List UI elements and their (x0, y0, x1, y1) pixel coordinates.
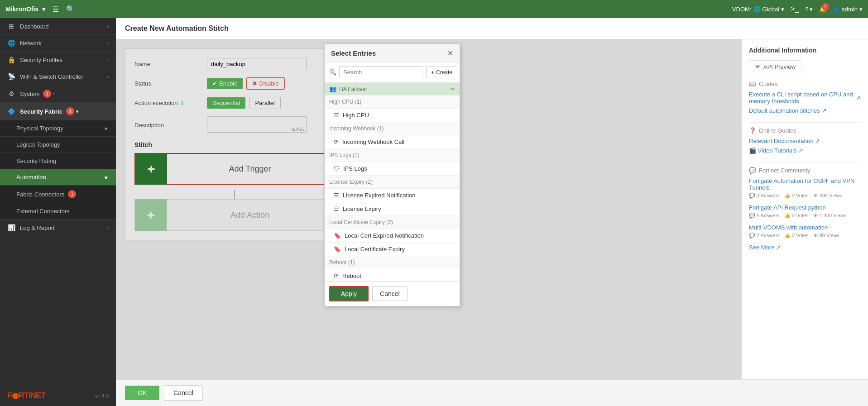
security-fabric-icon: 🔷 (7, 108, 15, 115)
sidebar-item-wifi-switch[interactable]: 📡 WiFi & Switch Controller › (0, 68, 116, 85)
sidebar-arrow: › (107, 74, 109, 79)
ha-failover-group-header[interactable]: 👥 HA Failover ✏ (325, 82, 460, 96)
sidebar-item-fabric-connectors[interactable]: Fabric Connectors 1 (0, 186, 116, 203)
divider2 (749, 162, 861, 162)
reboot-icon: ⟳ (334, 272, 339, 279)
external-link-icon: ↗ (798, 147, 803, 154)
brand[interactable]: MikronOfis ▾ (5, 5, 45, 13)
license-expired-notification-label: License Expired Notification (343, 192, 415, 199)
relevant-docs-link[interactable]: Relevant Documentation ↗ (749, 138, 861, 144)
cli-icon[interactable]: >_ (791, 5, 799, 13)
notifications-bell[interactable]: 🔔 2 (819, 6, 826, 13)
local-certificate-expiry-label: Local Certificate Expiry (345, 246, 405, 253)
sidebar-item-log-report[interactable]: 📊 Log & Report › (0, 220, 116, 236)
license-expired-notification-item[interactable]: ☰ License Expired Notification (325, 189, 460, 202)
community-vdoms-link[interactable]: Multi-VDOMS with automation (749, 224, 861, 231)
ok-button[interactable]: OK (125, 386, 159, 400)
help-icon: ? (805, 6, 808, 13)
apply-button[interactable]: Apply (329, 286, 369, 301)
votes-icon: 👍 0 Votes (784, 233, 809, 239)
execute-cli-link[interactable]: Execute a CLI script based on CPU and me… (749, 91, 861, 105)
incoming-webhook-label: Incoming Webhook Call (342, 139, 404, 145)
topbar-left: MikronOfis ▾ ☰ 🔍 (5, 5, 75, 14)
sidebar-item-label: Network (20, 40, 42, 47)
votes-icon: 👍 0 Votes (784, 193, 809, 199)
create-label: Create (436, 69, 452, 76)
webhook-icon: ⟳ (334, 139, 339, 145)
fortinet-logo: F◉RTINET (7, 391, 45, 401)
admin-menu[interactable]: 👤 admin ▾ (833, 6, 863, 13)
license-expiry-icon: ☰ (334, 205, 339, 212)
high-cpu-item[interactable]: ☰ High CPU (325, 109, 460, 122)
security-fabric-badge: 1 (66, 107, 74, 115)
reboot-item[interactable]: ⟳ Reboot (325, 269, 460, 281)
help-dropdown[interactable]: ? ▾ (805, 6, 812, 13)
sub-item-label: External Connectors (16, 208, 70, 215)
api-preview-button[interactable]: 👁 API Preview (749, 60, 801, 73)
divider (749, 122, 861, 123)
edit-icon[interactable]: ✏ (451, 86, 455, 92)
sidebar-item-security-profiles[interactable]: 🔒 Security Profiles › (0, 52, 116, 68)
sidebar-expand-arrow: ▾ (76, 109, 78, 114)
sidebar-item-physical-topology[interactable]: Physical Topology ★ (0, 120, 116, 137)
local-cert-expiry-icon: 🔖 (334, 246, 341, 253)
sidebar-arrow: › (107, 57, 109, 62)
hamburger-icon[interactable]: ☰ (53, 5, 59, 14)
cancel-modal-button[interactable]: Cancel (372, 287, 408, 301)
user-icon: 👤 (833, 6, 840, 13)
sidebar-item-label: Security Profiles (20, 57, 62, 63)
additional-info-title: Additional Information (749, 47, 861, 54)
community-api-meta: 💬 5 Answers 👍 0 Votes 👁 1,400 Views (749, 213, 861, 219)
sub-item-label: Automation (16, 174, 46, 181)
community-ospf-link[interactable]: Fortigate Automation for OSPF and VPN Tu… (749, 177, 861, 191)
sidebar-item-external-connectors[interactable]: External Connectors (0, 203, 116, 220)
main-layout: ⊞ Dashboard › 🌐 Network › 🔒 Security Pro… (0, 18, 868, 406)
sidebar-item-automation[interactable]: Automation ★ (0, 169, 116, 186)
right-panel: Additional Information 👁 API Preview 📖 G… (741, 39, 868, 379)
answers-icon: 💬 5 Answers (749, 213, 780, 219)
incoming-webhook-group-label: Incoming Webhook (1) (325, 122, 460, 135)
see-more-link[interactable]: See More ↗ (749, 244, 861, 251)
local-cert-expired-item[interactable]: 🔖 Local Cert Expired Notification (325, 229, 460, 243)
incoming-webhook-call-item[interactable]: ⟳ Incoming Webhook Call (325, 135, 460, 149)
license-expiry-item[interactable]: ☰ License Expiry (325, 202, 460, 216)
page-title: Create New Automation Stitch (116, 18, 868, 39)
license-expiry-label: License Expiry (343, 205, 381, 212)
star-icon[interactable]: ★ (104, 125, 109, 132)
sidebar-item-dashboard[interactable]: ⊞ Dashboard › (0, 18, 116, 35)
vdom-globe-icon: 🌐 (753, 6, 761, 13)
local-certificate-expiry-item[interactable]: 🔖 Local Certificate Expiry (325, 243, 460, 256)
license-expiry-group-label: License Expiry (2) (325, 176, 460, 189)
sidebar-item-security-rating[interactable]: Security Rating (0, 153, 116, 169)
community-item-vdoms: Multi-VDOMS with automation 💬 2 Answers … (749, 224, 861, 239)
external-link-icon: ↗ (815, 138, 820, 144)
modal-search-input[interactable] (339, 66, 423, 78)
sidebar-item-system[interactable]: ⚙ System 1 › (0, 85, 116, 103)
modal-close-button[interactable]: ✕ (447, 49, 453, 57)
cancel-button[interactable]: Cancel (164, 385, 203, 401)
form-area: Name Status ✔ Enable (116, 39, 741, 379)
sub-item-label: Fabric Connectors (16, 191, 64, 198)
sidebar-item-label: Security Fabric (20, 108, 62, 115)
video-tutorials-link[interactable]: 🎬 Video Tutorials ↗ (749, 147, 861, 154)
star-icon[interactable]: ★ (104, 174, 109, 181)
ips-logs-item[interactable]: 🛡 IPS Logs (325, 162, 460, 176)
create-button[interactable]: + Create (426, 67, 457, 78)
default-stitches-link[interactable]: Default automation stitches ↗ (749, 107, 861, 114)
vdom-label: VDOM: (732, 6, 752, 13)
vdom-selector[interactable]: VDOM: 🌐 Global ▾ (732, 6, 784, 13)
brand-name: MikronOfis (5, 5, 38, 13)
sidebar-item-security-fabric[interactable]: 🔷 Security Fabric 1 ▾ (0, 103, 116, 120)
sidebar-item-network[interactable]: 🌐 Network › (0, 35, 116, 52)
ips-icon: 🛡 (334, 165, 340, 172)
log-report-icon: 📊 (7, 224, 15, 231)
admin-label: admin (842, 6, 858, 13)
sidebar-item-logical-topology[interactable]: Logical Topology (0, 137, 116, 153)
eye-icon: 👁 (755, 63, 761, 70)
community-icon: 💬 (749, 167, 756, 174)
dashboard-icon: ⊞ (7, 23, 15, 30)
search-icon[interactable]: 🔍 (66, 5, 75, 14)
views-icon: 👁 1,400 Views (813, 213, 847, 219)
community-api-link[interactable]: Fortigate API Request python (749, 204, 861, 211)
high-cpu-icon: ☰ (334, 112, 339, 119)
